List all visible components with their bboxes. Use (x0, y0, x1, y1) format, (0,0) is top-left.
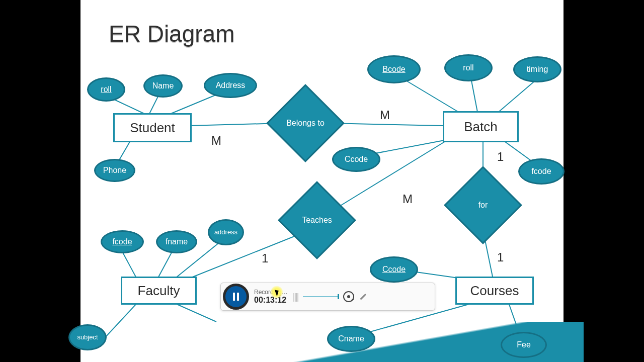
card-teaches-batch: M (403, 192, 413, 206)
entity-student: Student (113, 113, 192, 142)
relationship-belongs-label: Belongs to (286, 119, 325, 128)
entity-batch: Batch (443, 111, 519, 142)
relationship-for-label: for (478, 201, 488, 210)
attr-faculty-fcode: fcode (101, 230, 144, 253)
webcam-add-icon: + (351, 297, 354, 302)
recorder-toolbar[interactable]: Recording… 00:13:12 |||| + (220, 283, 435, 311)
card-teaches-faculty: 1 (262, 251, 268, 265)
entity-faculty: Faculty (121, 277, 197, 305)
annotate-pen-icon[interactable] (358, 291, 369, 303)
recorder-slider[interactable] (303, 296, 338, 297)
svg-line-14 (181, 236, 294, 282)
attr-student-name: Name (143, 74, 183, 98)
attr-batch-timing: timing (513, 56, 561, 82)
attr-batch-ccode: Ccode (332, 147, 380, 172)
svg-line-19 (171, 302, 216, 322)
svg-line-5 (330, 123, 443, 126)
entity-courses: Courses (455, 277, 534, 305)
recorder-time: 00:13:12 (254, 296, 288, 305)
attr-student-address: Address (204, 73, 257, 98)
card-belongs-student: M (211, 134, 221, 148)
audio-level-icon: |||| (293, 292, 298, 302)
attr-courses-ccode: Ccode (370, 256, 418, 283)
pause-button[interactable] (223, 284, 249, 310)
attr-courses-fee: Fee (501, 332, 547, 358)
attr-batch-bcode: Bcode (367, 55, 421, 83)
card-for-batch: 1 (497, 150, 504, 164)
attr-batch-fcode: fcode (518, 158, 565, 185)
attr-faculty-subject: subject (68, 324, 107, 350)
attr-student-roll: roll (87, 77, 125, 102)
attr-batch-roll: roll (444, 54, 493, 81)
relationship-belongs-to: Belongs to (278, 96, 333, 151)
relationship-teaches-label: Teaches (302, 216, 332, 225)
card-for-courses: 1 (497, 250, 504, 264)
relationship-teaches: Teaches (289, 193, 345, 248)
card-belongs-batch: M (380, 108, 390, 122)
attr-faculty-address: address (208, 219, 244, 245)
attr-student-phone: Phone (94, 159, 135, 182)
relationship-for: for (455, 177, 511, 233)
attr-faculty-fname: fname (156, 230, 197, 253)
svg-line-18 (106, 302, 138, 337)
attr-courses-cname: Cname (327, 326, 375, 352)
slide-canvas: ER Diagram (80, 0, 564, 362)
